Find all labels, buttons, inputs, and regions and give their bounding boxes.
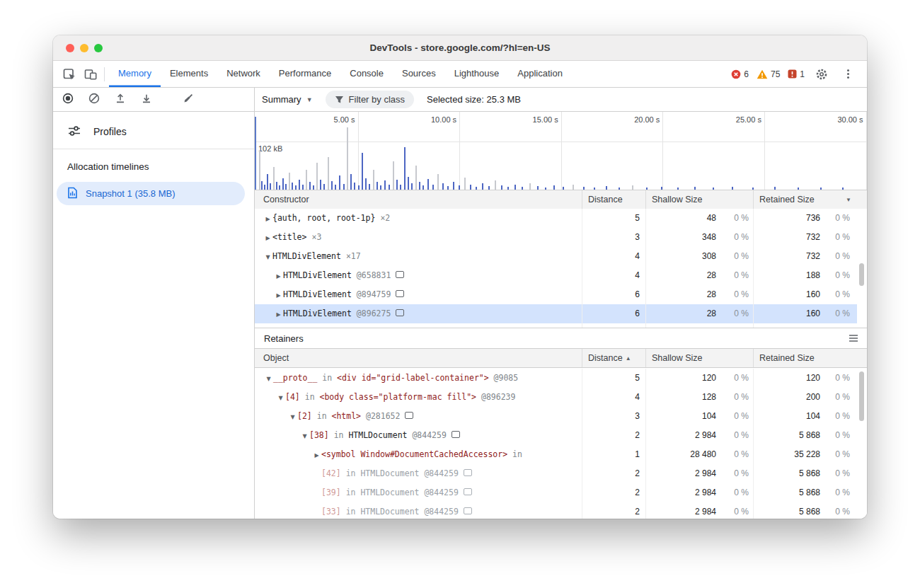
retained-size-cell: 5 8680 % (753, 426, 857, 445)
issue-count: 1 (800, 69, 805, 79)
tab-elements[interactable]: Elements (161, 61, 217, 87)
class-filter-input[interactable]: Filter by class (326, 91, 414, 108)
heap-main-pane: 102 kB 5.00 s10.00 s15.00 s20.00 s25.00 … (255, 112, 867, 519)
allocation-bar (464, 178, 466, 190)
reveal-in-elements-icon[interactable] (464, 469, 472, 476)
allocation-bar (470, 185, 471, 190)
retainer-row[interactable]: [39] in HTMLDocument @84425922 9840 %5 8… (255, 483, 857, 502)
clear-icon[interactable] (88, 93, 100, 107)
time-tick-label: 15.00 s (533, 115, 558, 124)
tab-application[interactable]: Application (508, 61, 572, 87)
reveal-in-elements-icon[interactable] (396, 309, 404, 316)
constructor-row[interactable]: ▶{auth, root, root-1p}×25480 %7360 % (255, 209, 857, 228)
constructor-row[interactable]: ▶HTMLDivElement @6588314280 %1880 % (255, 266, 857, 285)
column-header-retained-size[interactable]: Retained Size▼ (753, 190, 857, 209)
tree-toggle-icon[interactable]: ▼ (264, 369, 273, 388)
retainer-row[interactable]: ▼[2] in <html> @28165231040 %1040 % (255, 407, 857, 426)
allocation-bar (365, 178, 367, 190)
retainer-row[interactable]: [42] in HTMLDocument @84425922 9840 %5 8… (255, 464, 857, 483)
load-profile-icon[interactable] (115, 93, 126, 107)
reveal-in-elements-icon[interactable] (396, 290, 404, 297)
retainer-row[interactable]: ▼__proto__ in <div id="grid-label-contai… (255, 369, 857, 388)
reveal-in-elements-icon[interactable] (464, 488, 472, 495)
console-warnings-badge[interactable]: 75 (757, 69, 780, 79)
column-header-retained-size[interactable]: Retained Size (753, 349, 857, 367)
tree-toggle-icon[interactable]: ▶ (312, 446, 321, 464)
console-errors-badge[interactable]: 6 (731, 69, 749, 79)
constructor-row[interactable]: ▶<title>×333480 %7320 % (255, 228, 857, 247)
zoom-window-button[interactable] (94, 44, 103, 52)
tree-toggle-icon[interactable]: ▼ (288, 408, 297, 426)
tab-network[interactable]: Network (217, 61, 270, 87)
save-profile-icon[interactable] (141, 93, 152, 107)
column-header-distance[interactable]: Distance (582, 190, 645, 209)
column-header-distance[interactable]: Distance▲ (582, 349, 645, 367)
tab-performance[interactable]: Performance (270, 61, 340, 87)
time-tick-label: 20.00 s (634, 115, 660, 124)
retainer-row[interactable]: [33] in HTMLDocument @84425922 9840 %5 8… (255, 502, 857, 519)
tree-toggle-icon[interactable]: ▼ (300, 427, 309, 445)
tune-sliders-icon[interactable] (67, 124, 81, 140)
record-heap-icon[interactable] (62, 93, 74, 107)
inspect-element-icon[interactable] (60, 65, 79, 83)
tab-lighthouse[interactable]: Lighthouse (445, 61, 509, 87)
time-tick-label: 30.00 s (837, 115, 863, 124)
allocation-timeline-chart[interactable]: 102 kB 5.00 s10.00 s15.00 s20.00 s25.00 … (255, 112, 867, 190)
tab-console[interactable]: Console (340, 61, 393, 87)
tree-toggle-icon[interactable]: ▶ (274, 305, 283, 323)
reveal-in-elements-icon[interactable] (396, 271, 404, 278)
allocation-bar (529, 183, 531, 190)
distance-cell: 2 (582, 464, 645, 483)
constructor-row[interactable]: ▶HTMLDivElement @8947596280 %1600 % (255, 285, 857, 304)
distance-cell: 5 (582, 369, 645, 388)
reveal-in-elements-icon[interactable] (452, 431, 460, 438)
column-header-shallow-size[interactable]: Shallow Size (645, 190, 753, 209)
tab-memory[interactable]: Memory (109, 61, 161, 87)
selection-handle-left[interactable] (255, 117, 256, 190)
tree-toggle-icon[interactable]: ▶ (263, 229, 272, 247)
reveal-in-elements-icon[interactable] (464, 507, 472, 514)
settings-gear-icon[interactable] (812, 65, 831, 83)
scrollbar-thumb[interactable] (859, 263, 864, 286)
tree-toggle-icon[interactable]: ▶ (274, 267, 283, 285)
retainer-row[interactable]: ▼[38] in HTMLDocument @84425922 9840 %5 … (255, 426, 857, 445)
hamburger-menu-icon[interactable] (849, 334, 858, 345)
close-window-button[interactable] (66, 44, 74, 52)
tab-sources[interactable]: Sources (393, 61, 445, 87)
column-header-constructor[interactable]: Constructor (255, 195, 582, 204)
tree-toggle-icon[interactable]: ▼ (276, 388, 285, 407)
shallow-size-cell: 2 9840 % (645, 426, 753, 445)
gridline (866, 112, 867, 190)
allocation-bar (427, 179, 429, 190)
distance-cell: 1 (582, 445, 645, 464)
tree-toggle-icon[interactable]: ▼ (263, 248, 272, 266)
retained-size-cell: 35 2280 % (753, 445, 857, 464)
column-header-object[interactable]: Object (255, 353, 582, 363)
object-cell: ▼[2] in <html> @281652 (255, 407, 582, 426)
scrollbar-thumb[interactable] (859, 371, 864, 421)
retainer-row[interactable]: ▶<symbol Window#DocumentCachedAccessor> … (255, 445, 857, 464)
shallow-size-cell: 480 % (645, 209, 753, 228)
device-toolbar-icon[interactable] (81, 65, 100, 83)
constructor-row[interactable]: ▼HTMLDivElement×1743080 %7320 % (255, 247, 857, 266)
tree-toggle-icon[interactable]: ▶ (263, 209, 272, 228)
clear-all-profiles-icon[interactable] (183, 93, 194, 107)
tree-toggle-icon[interactable]: ▶ (274, 286, 283, 304)
window-controls (66, 44, 103, 52)
allocation-bar (514, 185, 516, 190)
minimize-window-button[interactable] (80, 44, 88, 52)
issues-badge[interactable]: 1 (788, 69, 805, 79)
allocation-bar (316, 163, 318, 190)
reveal-in-elements-icon[interactable] (405, 412, 413, 419)
perspective-select[interactable]: Summary ▼ (262, 94, 313, 105)
kebab-menu-icon[interactable] (839, 65, 857, 83)
sidebar-item-snapshot-1[interactable]: Snapshot 1 (35.8 MB) (57, 182, 245, 205)
constructor-row[interactable]: ▶HTMLDivElement @8962756280 %1600 % (255, 304, 857, 323)
allocation-bar (354, 183, 355, 190)
column-header-shallow-size[interactable]: Shallow Size (645, 349, 753, 367)
distance-cell: 6 (582, 285, 645, 304)
allocation-bar (495, 180, 496, 190)
allocation-bar (276, 182, 277, 190)
retainer-row[interactable]: ▼[4] in <body class="platform-mac fill">… (255, 388, 857, 407)
time-tick-label: 25.00 s (736, 115, 761, 124)
